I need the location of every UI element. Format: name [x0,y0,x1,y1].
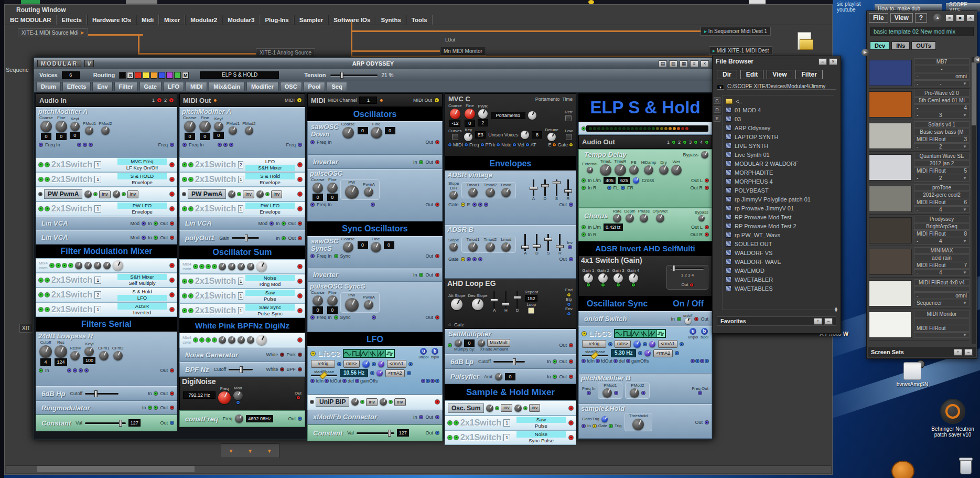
sustain-slider[interactable] [556,179,557,196]
input-jack[interactable] [419,416,423,419]
bipolar-button[interactable]: b [432,348,438,355]
depth-knob[interactable] [626,214,634,222]
unipolar-button[interactable]: u [690,328,696,335]
device-card[interactable]: MINIMAX acid rain MIDI FilRout7 -4▼ [869,246,970,278]
device-preset[interactable]: Basic saw bass (M [914,129,970,135]
routing-slot[interactable] [166,72,173,79]
file-row[interactable]: POLYBEAST [724,186,833,195]
output-jack[interactable] [170,163,174,167]
rma2-knob[interactable] [644,350,651,356]
device-out-route[interactable]: - [917,144,918,150]
mod-jack[interactable] [436,379,439,383]
input-jack[interactable] [193,338,198,342]
mod-jack[interactable] [701,359,704,363]
mix-knob[interactable] [94,262,101,269]
minimize-icon[interactable]: = [945,15,954,22]
node-sequencer-dest[interactable]: ▸ In Sequencer Midi Dest 1 [701,27,771,36]
device-thumbnail[interactable] [869,217,912,243]
slope-knob[interactable] [449,191,458,199]
switch-position[interactable]: 1 [238,176,243,183]
node-midi-dest[interactable]: ▸ Midi XITE-1 MIDI Dest [709,46,772,55]
retrig-button[interactable]: retrig [582,340,606,348]
gainoffs-jack[interactable] [627,359,630,363]
input-jack[interactable] [282,222,285,225]
dropdown-icon[interactable]: ▼ [963,207,967,212]
screenset-add-icon[interactable]: + [954,349,962,356]
rate-mod-jack[interactable] [609,343,612,346]
gate-jack[interactable] [448,323,451,326]
threshold-knob[interactable] [632,419,644,430]
loop-button[interactable] [528,307,534,314]
switch-position[interactable]: 2 [238,161,243,168]
phase-knob[interactable] [640,214,648,222]
mod-jack[interactable] [79,369,82,372]
switch-option-top[interactable]: Saw [516,417,566,423]
output-jack[interactable] [436,273,439,277]
device-thumbnail[interactable] [869,280,912,306]
input-jack[interactable] [39,177,43,182]
input-jack[interactable] [200,338,204,342]
input-jack[interactable] [182,207,187,211]
device-card[interactable]: Pro-Wave v2 0 5th CemLead 01 Mi -4 -3▼ [869,89,970,120]
mix-knob[interactable] [238,336,245,344]
output-jack[interactable] [436,254,439,258]
input-jack[interactable] [419,273,423,277]
device-preset[interactable]: BrightArpSeq [914,223,970,230]
end-jack[interactable] [567,293,570,296]
output-jack[interactable] [695,317,698,321]
minimize-icon[interactable]: = [819,58,827,65]
module-category-tab[interactable]: LFO [163,82,184,91]
invert-button[interactable]: inv [127,190,139,198]
module-category-tab[interactable]: Seq [327,82,347,91]
out-r-jack[interactable] [705,233,708,236]
rack-menu-item[interactable]: View [890,13,913,23]
routing-slot[interactable] [150,72,157,79]
device-midi-route[interactable]: MIDI FilRout [917,231,946,237]
switch-option-bottom[interactable]: LF Key On/Off [117,165,167,171]
output-jack[interactable] [297,396,300,399]
pmod2-jack[interactable] [642,391,645,395]
output-jack[interactable] [436,416,439,419]
amt-knob[interactable] [495,373,502,380]
mod-jack[interactable] [422,379,425,383]
pmod2-knob[interactable] [245,126,253,135]
rate-knob[interactable] [362,360,370,368]
mod-jack[interactable] [409,363,412,366]
switch-option-top[interactable]: MVC Freq [117,158,167,165]
input-jack[interactable] [56,263,60,268]
del-jack[interactable] [614,359,617,363]
favorites-add-icon[interactable]: + [814,318,822,325]
output-jack[interactable] [170,263,174,268]
down-arrow-icon[interactable]: ▼ [228,448,233,454]
input-jack[interactable] [39,307,43,312]
template-name-field[interactable]: basic template 02 New mod mix [870,27,974,36]
output-jack[interactable] [170,307,174,312]
module-category-tab[interactable]: Effects [62,82,91,91]
output-jack[interactable] [298,177,302,182]
tension-slider[interactable] [330,75,378,76]
input-jack[interactable] [39,207,43,211]
device-midi-channel[interactable]: 3 [964,136,967,142]
attack-slider[interactable] [533,179,534,196]
level-knob[interactable] [228,190,235,198]
switch-position[interactable]: 1 [503,419,510,427]
output-jack[interactable] [170,392,174,395]
device-preset[interactable]: - [914,66,970,72]
mod-jack[interactable] [643,343,647,346]
collapse-right-icon[interactable]: ◀ [974,56,980,63]
fdin-jack[interactable] [582,359,585,363]
out-l-jack[interactable] [705,179,708,182]
output-jack[interactable] [436,316,439,319]
input-jack[interactable] [587,283,590,286]
module-category-tab[interactable]: MIDI [186,82,207,91]
dropdown-icon[interactable]: ▼ [963,270,967,275]
input-jack[interactable] [454,435,458,440]
input-jack[interactable] [454,421,458,425]
mod-jack[interactable] [230,143,233,146]
fine-knob[interactable] [327,295,338,306]
maximize-icon[interactable]: ■ [956,15,964,22]
mod-jack[interactable] [407,371,411,375]
pink-out-jack[interactable] [298,353,301,356]
level-knob[interactable] [113,190,120,198]
constant-value[interactable]: 127 [397,429,409,437]
